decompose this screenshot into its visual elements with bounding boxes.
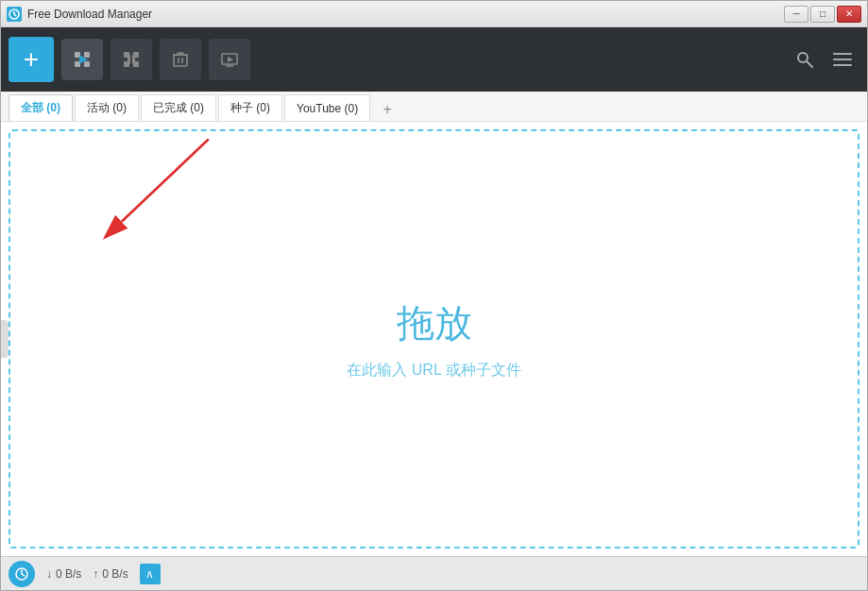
menu-button[interactable] [825, 42, 859, 76]
scheduler-icon[interactable] [9, 561, 35, 587]
expand-icon: ∧ [145, 567, 154, 581]
tab-active[interactable]: 活动 (0) [75, 94, 139, 121]
app-window: Free Download Manager ─ □ ✕ + [0, 0, 868, 591]
app-icon [7, 7, 22, 22]
resume-button[interactable] [61, 39, 103, 80]
title-bar: Free Download Manager ─ □ ✕ [1, 1, 867, 27]
upload-speed-value: 0 B/s [102, 567, 128, 581]
delete-button[interactable] [160, 39, 201, 80]
add-tab-button[interactable]: + [376, 98, 399, 121]
svg-rect-11 [132, 55, 135, 64]
minimize-button[interactable]: ─ [784, 6, 808, 23]
svg-rect-12 [174, 55, 187, 66]
down-arrow-icon: ↓ [46, 567, 52, 581]
menu-line-1 [833, 53, 852, 55]
download-speed-value: 0 B/s [56, 567, 81, 581]
add-button[interactable]: + [9, 37, 54, 82]
window-title: Free Download Manager [27, 8, 784, 21]
status-bar: ↓ 0 B/s ↑ 0 B/s ∧ [1, 556, 867, 590]
drop-title: 拖放 [397, 297, 472, 349]
svg-marker-22 [228, 57, 233, 62]
tab-torrent[interactable]: 种子 (0) [218, 94, 282, 121]
svg-rect-10 [128, 55, 130, 64]
drop-zone[interactable]: 拖放 在此输入 URL 或种子文件 [9, 129, 859, 549]
convert-button[interactable] [209, 39, 250, 80]
svg-rect-2 [84, 52, 90, 58]
up-arrow-icon: ↑ [93, 567, 98, 581]
toolbar: + [1, 27, 867, 92]
pause-button[interactable] [111, 39, 152, 80]
upload-speed: ↑ 0 B/s [93, 567, 128, 581]
tab-completed[interactable]: 已完成 (0) [141, 94, 216, 121]
svg-line-28 [22, 574, 25, 576]
search-button[interactable] [788, 42, 822, 76]
menu-line-3 [833, 64, 852, 66]
close-button[interactable]: ✕ [837, 6, 861, 23]
maximize-button[interactable]: □ [810, 6, 835, 23]
window-controls: ─ □ ✕ [784, 6, 861, 23]
download-speed: ↓ 0 B/s [46, 567, 81, 581]
tab-bar: 全部 (0) 活动 (0) 已完成 (0) 种子 (0) YouTube (0)… [1, 92, 867, 122]
tab-all[interactable]: 全部 (0) [9, 94, 73, 121]
svg-rect-4 [84, 61, 90, 67]
main-content: 拖放 在此输入 URL 或种子文件 [1, 122, 867, 556]
tab-youtube[interactable]: YouTube (0) [284, 94, 370, 121]
left-handle [1, 320, 9, 358]
expand-button[interactable]: ∧ [140, 564, 161, 584]
svg-line-24 [807, 61, 812, 67]
drop-subtitle: 在此输入 URL 或种子文件 [347, 361, 520, 380]
menu-line-2 [833, 59, 852, 60]
